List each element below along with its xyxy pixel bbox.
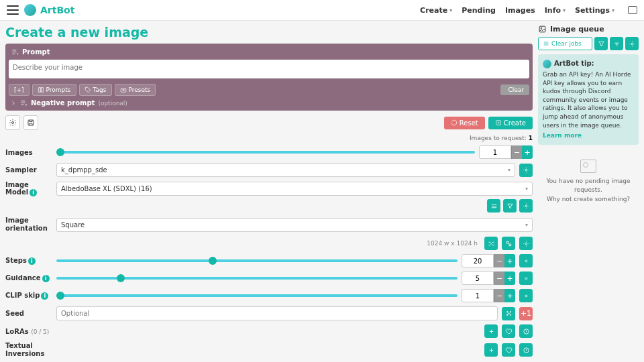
book-icon xyxy=(38,86,44,93)
guidance-slider[interactable] xyxy=(56,277,458,280)
save-icon-button[interactable] xyxy=(23,115,38,130)
steps-plus[interactable]: + xyxy=(504,254,515,267)
shuffle-button[interactable] xyxy=(484,237,498,250)
clip-label: CLIP skipi xyxy=(5,292,52,300)
recent-lora-button[interactable] xyxy=(519,324,533,338)
info-badge[interactable]: i xyxy=(41,292,48,300)
gear-icon xyxy=(523,257,530,265)
clear-jobs-button[interactable]: Clear jobs xyxy=(538,37,592,50)
images-plus[interactable]: + xyxy=(522,145,533,159)
gear-icon xyxy=(523,166,530,174)
svg-rect-20 xyxy=(539,26,545,32)
steps-settings-button[interactable] xyxy=(519,254,533,267)
menu-button[interactable] xyxy=(7,5,19,15)
gear-icon xyxy=(523,202,530,210)
tags-button[interactable]: Tags xyxy=(79,84,112,96)
expand-prompt-button[interactable]: [+] xyxy=(9,84,30,96)
guidance-plus[interactable]: + xyxy=(504,272,515,285)
steps-label: Stepsi xyxy=(5,257,52,265)
guidance-minus[interactable]: − xyxy=(494,272,504,285)
brand[interactable]: ArtBot xyxy=(40,5,74,15)
model-select[interactable]: AlbedoBase XL (SDXL) (16)▾ xyxy=(56,182,533,196)
dimensions-text: 1024 w x 1024 h xyxy=(427,240,478,247)
reset-button[interactable]: Reset xyxy=(444,117,485,129)
svg-point-5 xyxy=(525,169,527,171)
clip-plus[interactable]: + xyxy=(504,289,515,302)
images-minus[interactable]: − xyxy=(511,145,522,159)
svg-point-1 xyxy=(122,89,124,91)
link-icon xyxy=(505,240,513,247)
clip-settings-button[interactable] xyxy=(519,289,533,302)
images-slider[interactable] xyxy=(56,151,475,154)
nav-create[interactable]: Create▾ xyxy=(420,6,452,15)
negative-prompt-label[interactable]: Negative prompt xyxy=(31,99,95,107)
increment-seed-button[interactable]: +1 xyxy=(519,307,533,320)
clear-prompt-button[interactable]: Clear xyxy=(500,84,529,95)
nav-images[interactable]: Images xyxy=(505,6,535,15)
clip-minus[interactable]: − xyxy=(494,289,504,302)
info-badge[interactable]: i xyxy=(28,257,36,265)
sampler-label: Sampler xyxy=(5,166,52,174)
nav-pending[interactable]: Pending xyxy=(462,6,496,15)
clip-slider[interactable] xyxy=(56,294,458,297)
create-button[interactable]: Create xyxy=(488,117,533,129)
model-filter-button[interactable] xyxy=(503,199,517,213)
info-badge[interactable]: i xyxy=(30,189,37,196)
plus-icon xyxy=(488,328,495,335)
settings-icon-button[interactable] xyxy=(5,115,20,130)
favorite-lora-button[interactable] xyxy=(502,324,515,338)
info-badge[interactable]: i xyxy=(42,275,50,282)
seed-label: Seed xyxy=(5,310,52,317)
nav-settings[interactable]: Settings▾ xyxy=(575,6,614,15)
svg-rect-8 xyxy=(508,243,511,245)
svg-point-13 xyxy=(506,312,507,312)
steps-minus[interactable]: − xyxy=(494,254,504,267)
images-input[interactable] xyxy=(479,145,511,159)
monitor-icon[interactable] xyxy=(628,6,637,14)
randomize-seed-button[interactable] xyxy=(502,307,515,320)
gear-icon xyxy=(629,40,636,48)
filter-icon xyxy=(598,40,605,48)
queue-sort-button[interactable] xyxy=(610,37,623,50)
sampler-select[interactable]: k_dpmpp_sde▾ xyxy=(56,163,515,177)
guidance-input[interactable] xyxy=(462,272,494,285)
nav-info[interactable]: Info▾ xyxy=(545,6,566,15)
queue-filter-button[interactable] xyxy=(594,37,608,50)
guidance-settings-button[interactable] xyxy=(519,272,533,285)
orientation-select[interactable]: Square▾ xyxy=(56,218,533,232)
prompt-panel: Prompt [+] Prompts Tags Presets Clear Ne… xyxy=(5,44,533,111)
steps-slider[interactable] xyxy=(56,259,458,262)
orientation-settings-button[interactable] xyxy=(519,237,533,250)
chevron-down-icon: ▾ xyxy=(449,7,452,13)
tag-icon xyxy=(85,86,91,93)
chevron-right-icon[interactable] xyxy=(10,100,17,107)
svg-point-10 xyxy=(525,260,527,262)
camera-icon xyxy=(120,86,127,93)
history-icon xyxy=(523,347,530,354)
images-to-request: Images to request: 1 xyxy=(5,135,533,141)
sampler-settings-button[interactable] xyxy=(519,164,533,177)
optional-label: (optional) xyxy=(98,100,127,107)
recent-ti-button[interactable] xyxy=(519,343,533,357)
add-ti-button[interactable] xyxy=(484,343,498,357)
svg-point-15 xyxy=(508,313,508,314)
sort-icon xyxy=(613,40,621,48)
svg-point-2 xyxy=(12,122,14,124)
seed-input[interactable] xyxy=(56,306,498,320)
favorite-ti-button[interactable] xyxy=(502,343,515,357)
presets-button[interactable]: Presets xyxy=(115,84,156,96)
learn-more-link[interactable]: Learn more xyxy=(543,131,582,140)
model-settings-button[interactable] xyxy=(519,199,533,213)
model-list-button[interactable] xyxy=(487,199,500,213)
playlist-x-icon xyxy=(20,99,28,107)
link-button[interactable] xyxy=(502,237,515,250)
ti-label: Textual Inversions xyxy=(5,342,52,358)
queue-settings-button[interactable] xyxy=(625,37,639,50)
add-lora-button[interactable] xyxy=(484,324,498,338)
clip-input[interactable] xyxy=(462,289,494,302)
prompt-input[interactable] xyxy=(9,60,529,78)
gear-icon xyxy=(523,275,530,282)
prompts-button[interactable]: Prompts xyxy=(32,84,76,96)
steps-input[interactable] xyxy=(462,254,494,267)
playlist-icon xyxy=(11,48,19,56)
